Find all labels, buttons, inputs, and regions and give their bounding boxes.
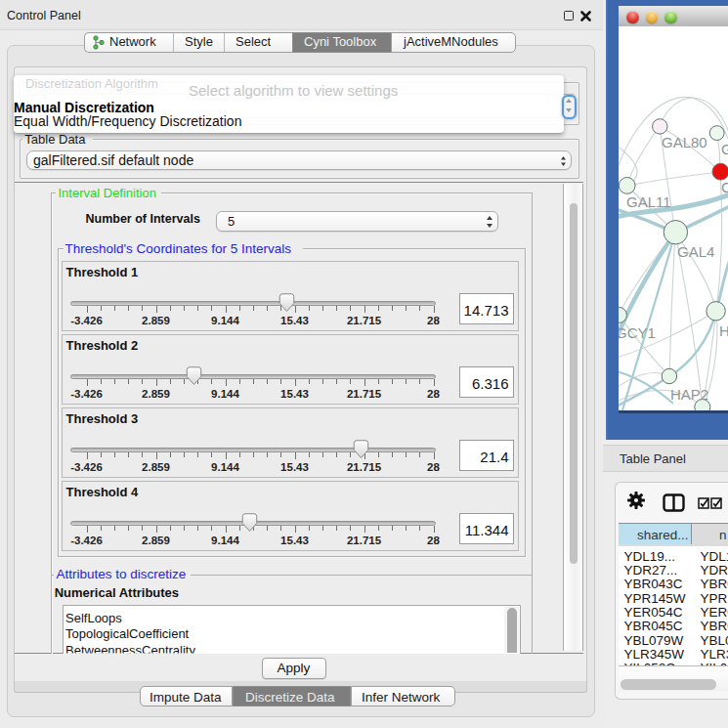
svg-text:GAL4: GAL4 <box>677 243 714 260</box>
svg-text:H: H <box>719 322 728 339</box>
svg-text:GAL80: GAL80 <box>662 134 707 150</box>
svg-text:HAP2: HAP2 <box>670 386 708 403</box>
svg-text:GCY1: GCY1 <box>619 324 656 341</box>
svg-text:GAL11: GAL11 <box>626 193 671 210</box>
svg-text:C: C <box>721 179 728 195</box>
svg-text:GA: GA <box>721 141 728 157</box>
